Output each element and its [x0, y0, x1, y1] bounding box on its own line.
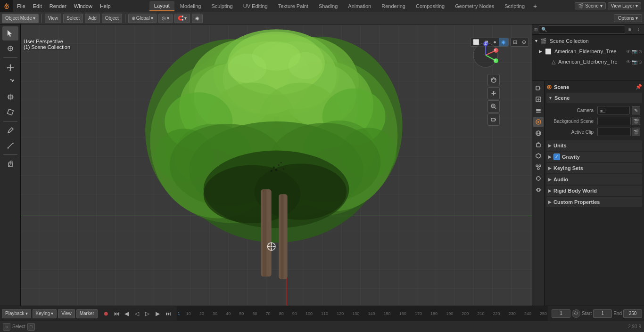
- mode-indicator[interactable]: ○: [3, 323, 10, 331]
- active-clip-value[interactable]: [597, 128, 631, 136]
- tool-move[interactable]: [2, 60, 18, 74]
- props-physics-icon[interactable]: [533, 173, 544, 184]
- tool-rotate[interactable]: [2, 75, 18, 89]
- tool-add-cube[interactable]: [2, 157, 18, 171]
- tab-compositing[interactable]: Compositing: [411, 1, 449, 11]
- viewport-overlay-btn[interactable]: ⊞: [511, 38, 520, 46]
- viewport-rendered-btn[interactable]: ◉: [499, 38, 508, 46]
- viewport-gizmo-btn[interactable]: ⊕: [520, 38, 528, 46]
- camera-edit-btn[interactable]: ✎: [632, 106, 640, 114]
- viewport-add-btn[interactable]: Add: [85, 14, 100, 23]
- outliner-item-scene-collection[interactable]: ▼ 🎬 Scene Collection: [532, 36, 644, 46]
- props-pin-btn[interactable]: 📌: [636, 84, 642, 90]
- tool-select[interactable]: [2, 26, 18, 40]
- nav-pan-btn[interactable]: [487, 87, 500, 99]
- active-clip-movie-icon[interactable]: 🎬: [632, 128, 640, 136]
- menu-help[interactable]: Help: [96, 0, 115, 12]
- menu-file[interactable]: File: [13, 0, 29, 12]
- jump-end-btn[interactable]: ⏭: [164, 309, 173, 318]
- timeline-ruler[interactable]: 1 10 20 30 40 50 60 70 80 90 100 110 120…: [177, 306, 548, 321]
- tab-scripting[interactable]: Scripting: [500, 1, 529, 11]
- viewport-object-btn[interactable]: Object: [102, 14, 122, 23]
- menu-window[interactable]: Window: [70, 0, 96, 12]
- main-viewport[interactable]: User Perspective (1) Scene Collection ⬜ …: [21, 24, 532, 306]
- play-reverse-btn[interactable]: ◁: [132, 309, 142, 318]
- props-object-icon[interactable]: [533, 139, 544, 150]
- axes-gizmo[interactable]: X Y Z: [471, 41, 500, 69]
- view-layer-selector[interactable]: View Layer ▾: [608, 2, 641, 9]
- tab-uv-editing[interactable]: UV Editing: [239, 1, 272, 11]
- camera-value[interactable]: ■: [597, 106, 630, 114]
- mode-select-btn[interactable]: Object Mode ▾: [2, 14, 39, 23]
- pivot-btn[interactable]: ◎ ▾: [158, 14, 173, 23]
- start-frame-input[interactable]: 1: [593, 309, 612, 318]
- menu-edit[interactable]: Edit: [29, 0, 46, 12]
- tab-rendering[interactable]: Rendering: [377, 1, 410, 11]
- gravity-checkbox[interactable]: ✓: [553, 154, 560, 160]
- props-output-icon[interactable]: [533, 94, 544, 105]
- custom-props-section-header[interactable]: ▶ Custom Properties: [546, 197, 642, 207]
- prev-keyframe-btn[interactable]: ◀: [122, 309, 132, 318]
- jump-start-btn[interactable]: ⏮: [112, 309, 121, 318]
- keying-sets-section-header[interactable]: ▶ Keying Sets: [546, 163, 642, 173]
- tool-annotate[interactable]: [2, 123, 18, 138]
- nav-camera-btn[interactable]: [487, 113, 500, 126]
- options-button[interactable]: Options ▾: [614, 14, 642, 22]
- outliner-item-elderberry-collection[interactable]: ▶ ⬜ American_Elderberry_Tree 👁 📷 ⊙: [532, 46, 644, 57]
- tab-geometry-nodes[interactable]: Geometry Nodes: [450, 1, 499, 11]
- props-constraints-icon[interactable]: [533, 185, 544, 195]
- eye-icon[interactable]: 👁: [626, 49, 631, 54]
- playback-menu-btn[interactable]: Playback ▾: [2, 309, 31, 318]
- tab-texture-paint[interactable]: Texture Paint: [273, 1, 313, 11]
- rigid-body-section-header[interactable]: ▶ Rigid Body World: [546, 186, 642, 196]
- record-btn[interactable]: ⏺: [101, 309, 111, 318]
- props-scene-icon[interactable]: [533, 117, 544, 127]
- nav-zoom-btn[interactable]: [487, 100, 500, 113]
- tool-transform[interactable]: [2, 105, 18, 119]
- mesh-eye-icon[interactable]: 👁: [626, 59, 631, 65]
- proportional-btn[interactable]: ◉: [192, 14, 203, 23]
- props-modifier-icon[interactable]: [533, 151, 544, 161]
- add-workspace-button[interactable]: +: [530, 1, 540, 11]
- view-menu-btn[interactable]: View: [58, 309, 75, 318]
- props-particles-icon[interactable]: [533, 162, 544, 172]
- bg-scene-movie-icon[interactable]: 🎬: [632, 117, 640, 125]
- end-frame-input[interactable]: 250: [623, 309, 642, 318]
- tab-layout[interactable]: Layout: [149, 1, 174, 11]
- props-world-icon[interactable]: [533, 128, 544, 138]
- tab-sculpting[interactable]: Sculpting: [206, 1, 237, 11]
- transform-global-btn[interactable]: ⊕ Global ▾: [128, 14, 157, 23]
- viewport-select-btn[interactable]: Select: [63, 14, 83, 23]
- play-btn[interactable]: ▷: [143, 309, 152, 318]
- snap-btn[interactable]: 🧲 ▾: [174, 14, 190, 23]
- hide-viewport-icon[interactable]: ⊙: [638, 49, 642, 54]
- gravity-section-header[interactable]: ▶ ✓ Gravity: [546, 152, 642, 162]
- tool-cursor[interactable]: [2, 41, 18, 56]
- audio-section-header[interactable]: ▶ Audio: [546, 174, 642, 185]
- bg-scene-value[interactable]: [597, 117, 631, 125]
- mesh-camera-icon[interactable]: 📷: [632, 59, 637, 65]
- cursor-mode-indicator[interactable]: □: [27, 323, 35, 331]
- tab-modeling[interactable]: Modeling: [175, 1, 206, 11]
- nav-orbit-btn[interactable]: [487, 74, 500, 86]
- outliner-search[interactable]: [539, 25, 625, 34]
- units-section-header[interactable]: ▶ Units: [546, 140, 642, 151]
- keying-menu-btn[interactable]: Keying ▾: [33, 309, 57, 318]
- outliner-item-elderberry-mesh[interactable]: △ American_Elderberry_Tre 👁 📷 ⊙: [532, 57, 644, 67]
- tool-scale[interactable]: [2, 90, 18, 104]
- props-view-layer-icon[interactable]: [533, 105, 544, 116]
- tab-animation[interactable]: Animation: [343, 1, 376, 11]
- current-frame-input[interactable]: 1: [552, 309, 570, 318]
- mesh-hide-icon[interactable]: ⊙: [638, 59, 642, 65]
- tool-measure[interactable]: [2, 138, 18, 153]
- viewport-view-btn[interactable]: View: [45, 14, 62, 23]
- outliner-filter-btn[interactable]: ≡: [626, 26, 634, 33]
- next-keyframe-btn[interactable]: ▶: [153, 309, 163, 318]
- marker-menu-btn[interactable]: Marker: [76, 309, 98, 318]
- clock-btn[interactable]: ⏱: [572, 309, 580, 318]
- scene-section-header[interactable]: ▼ Scene: [546, 93, 642, 103]
- scene-selector[interactable]: 🎬 Scene ▾: [575, 2, 605, 9]
- camera-restrict-icon[interactable]: 📷: [632, 49, 637, 54]
- outliner-sort-btn[interactable]: ↕: [635, 26, 642, 33]
- menu-render[interactable]: Render: [46, 0, 70, 12]
